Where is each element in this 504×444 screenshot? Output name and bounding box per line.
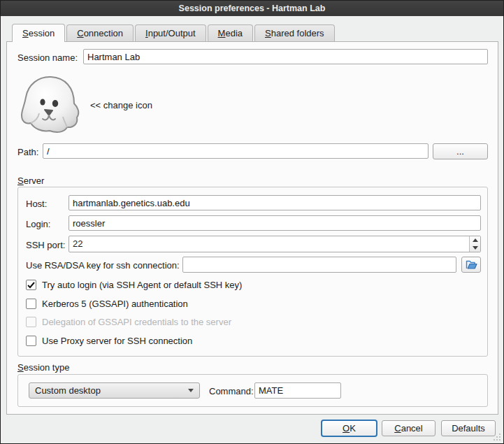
rsa-key-label: Use RSA/DSA key for ssh connection: <box>26 260 180 271</box>
titlebar[interactable]: Session preferences - Hartman Lab <box>1 1 503 16</box>
ssh-port-spin-buttons <box>469 236 480 252</box>
window-title: Session preferences - Hartman Lab <box>179 3 326 13</box>
path-label: Path: <box>17 147 38 157</box>
checkbox-gssapi-delegation: Delegation of GSSAPI credentials to the … <box>26 317 231 327</box>
checkbox-auto-login[interactable]: Try auto login (via SSH Agent or default… <box>26 280 242 290</box>
host-label: Host: <box>26 199 47 209</box>
checkbox-unchecked-icon <box>26 299 36 309</box>
session-name-input[interactable] <box>83 49 488 64</box>
cancel-button[interactable]: Cancel <box>382 420 435 436</box>
checkbox-proxy-server[interactable]: Use Proxy server for SSH connection <box>26 336 192 346</box>
path-input[interactable] <box>43 143 429 159</box>
login-input[interactable] <box>69 215 481 231</box>
spin-down-icon <box>473 246 478 250</box>
command-input[interactable] <box>254 382 341 399</box>
host-input[interactable] <box>69 195 481 210</box>
tab-bar: Session Connection Input/Output Media Sh… <box>12 24 336 43</box>
resize-grip[interactable] <box>492 432 501 441</box>
change-icon-link[interactable]: << change icon <box>90 100 152 110</box>
spin-down-button[interactable] <box>470 244 480 252</box>
server-group-label: Server <box>17 176 44 186</box>
path-browse-button[interactable]: ... <box>433 143 488 159</box>
session-type-dropdown-value: Custom desktop <box>35 385 188 396</box>
tab-connection[interactable]: Connection <box>66 24 134 41</box>
ok-button[interactable]: OK <box>321 420 377 437</box>
session-type-dropdown[interactable]: Custom desktop <box>29 382 200 399</box>
chevron-down-icon <box>188 389 194 392</box>
checkbox-kerberos[interactable]: Kerberos 5 (GSSAPI) authentication <box>26 299 188 309</box>
rsa-key-browse-button[interactable] <box>461 257 481 273</box>
session-preferences-dialog: Session preferences - Hartman Lab Sessio… <box>0 0 504 444</box>
command-label: Command: <box>209 386 254 396</box>
tab-media[interactable]: Media <box>208 24 253 41</box>
rsa-key-input[interactable] <box>182 257 456 273</box>
session-type-group-label: Session type <box>17 362 69 373</box>
spin-up-icon <box>473 238 478 242</box>
checkbox-checked-icon <box>26 280 36 290</box>
checkbox-unchecked-icon <box>26 336 36 346</box>
seal-mascot-icon <box>19 75 83 135</box>
checkbox-disabled-icon <box>26 317 36 327</box>
tab-session[interactable]: Session <box>12 24 65 42</box>
ssh-port-spinbox[interactable]: 22 <box>69 236 481 252</box>
defaults-button[interactable]: Defaults <box>441 420 496 436</box>
session-name-label: Session name: <box>17 52 78 63</box>
folder-open-icon <box>466 259 477 270</box>
spin-up-button[interactable] <box>470 236 480 244</box>
tab-input-output[interactable]: Input/Output <box>135 24 206 41</box>
tab-shared-folders[interactable]: Shared folders <box>254 24 335 41</box>
ssh-port-label: SSH port: <box>26 240 65 250</box>
ssh-port-value: 22 <box>69 236 469 252</box>
login-label: Login: <box>26 219 50 229</box>
